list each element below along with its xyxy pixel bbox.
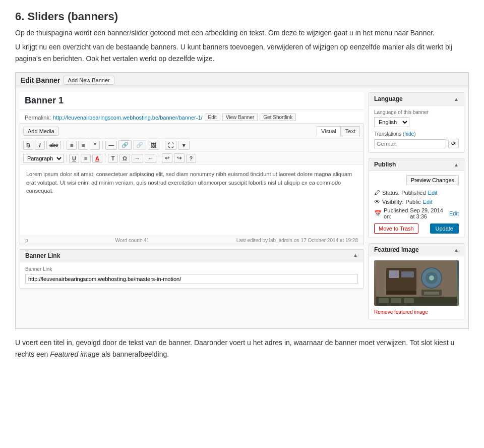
ol-button[interactable]: ≡ (78, 141, 88, 150)
add-new-banner-button[interactable]: Add New Banner (64, 76, 114, 85)
paragraph-indicator: p (25, 238, 28, 243)
featured-image-preview[interactable] (374, 260, 459, 306)
preview-btn-row: Preview Changes (374, 175, 459, 185)
status-icon: 🖊 (374, 189, 380, 196)
svg-rect-11 (379, 298, 389, 303)
editor-title: Edit Banner (21, 76, 60, 84)
hide-translations-link[interactable]: hide (404, 131, 414, 137)
indent-button[interactable]: → (132, 154, 143, 163)
banner-title-input[interactable] (20, 92, 364, 109)
toggle-toolbar-button[interactable]: ▼ (178, 141, 190, 150)
page-heading: 6. Sliders (banners) (15, 10, 469, 23)
preview-changes-button[interactable]: Preview Changes (406, 175, 459, 185)
visual-tab[interactable]: Visual (317, 126, 341, 136)
language-panel-header[interactable]: Language ▲ (369, 93, 464, 105)
translation-german-input[interactable] (374, 139, 446, 148)
featured-image-chevron: ▲ (454, 247, 459, 253)
banner-link-input[interactable] (25, 274, 358, 284)
get-shortlink-button[interactable]: Get Shortlink (260, 114, 296, 121)
outro-paragraph: U voert een titel in, gevolgd door de te… (15, 337, 469, 360)
bold-button[interactable]: B (23, 141, 33, 150)
lang-of-banner-label: Language of this banner (374, 109, 459, 115)
strikethrough-button[interactable]: abc (46, 141, 61, 149)
ul-button[interactable]: ≡ (67, 141, 77, 150)
text-color-button[interactable]: A (92, 154, 102, 163)
svg-rect-13 (404, 298, 414, 303)
publish-chevron: ▲ (454, 162, 459, 167)
visual-text-tabs: Visual Text (317, 126, 360, 136)
svg-rect-12 (391, 298, 401, 303)
lang-select-wrap: English (374, 117, 459, 127)
undo-button[interactable]: ↩ (162, 153, 172, 163)
paste-text-button[interactable]: T (108, 154, 118, 163)
permalink-url[interactable]: http://leuvenairbearingscom.webhosting.b… (53, 115, 203, 121)
editor-footer: p Word count: 41 Last edited by lab_admi… (20, 236, 363, 245)
publish-panel-header[interactable]: Publish ▲ (369, 158, 464, 171)
link-button[interactable]: 🔗 (118, 140, 132, 150)
editor-top-bar: Edit Banner Add New Banner (16, 73, 468, 88)
toolbar-sep-6 (159, 154, 159, 162)
special-char-button[interactable]: Ω (119, 154, 130, 163)
full-editor-box: Add Media Visual Text B I abc ≡ ≡ " (20, 124, 364, 245)
fullscreen-button[interactable]: ⛶ (165, 141, 176, 150)
visibility-icon: 👁 (374, 198, 380, 205)
update-button[interactable]: Update (430, 223, 459, 234)
outro-italic: Featured image (50, 350, 99, 358)
publish-actions: Move to Trash Update (374, 223, 459, 234)
italic-button[interactable]: I (35, 141, 45, 150)
featured-image-panel-header[interactable]: Featured Image ▲ (369, 244, 464, 256)
permalink-bar: Permalink: http://leuvenairbearingscom.w… (20, 111, 364, 124)
editor-sidebar: Language ▲ Language of this banner Engli… (369, 92, 464, 324)
visibility-edit-link[interactable]: Edit (423, 199, 433, 205)
editor-layout: Permalink: http://leuvenairbearingscom.w… (16, 88, 468, 328)
move-to-trash-button[interactable]: Move to Trash (374, 223, 418, 234)
visibility-row: 👁 Visibility: Public Edit (374, 198, 459, 205)
svg-rect-3 (401, 271, 414, 277)
underline-button[interactable]: U (69, 154, 79, 163)
banner-link-header[interactable]: Banner Link ▲ (20, 250, 363, 262)
remove-featured-image-link[interactable]: Remove featured image (374, 309, 428, 315)
visibility-value: Public (406, 199, 421, 205)
language-select[interactable]: English (374, 117, 409, 127)
help-button[interactable]: ? (186, 154, 196, 163)
featured-image-panel: Featured Image ▲ (369, 243, 464, 319)
publish-panel-title: Publish (374, 161, 396, 168)
visibility-label: Visibility: (382, 199, 404, 205)
blockquote-button[interactable]: " (90, 141, 100, 150)
featured-image-svg (376, 260, 457, 306)
language-panel: Language ▲ Language of this banner Engli… (369, 92, 464, 153)
outdent-button[interactable]: ← (145, 154, 156, 163)
svg-rect-2 (389, 270, 399, 278)
align-left-button[interactable]: ≡ (81, 154, 91, 163)
status-row: 🖊 Status: Published Edit (374, 189, 459, 196)
editor-main-column: Permalink: http://leuvenairbearingscom.w… (20, 92, 364, 289)
publish-panel-body: Preview Changes 🖊 Status: Published Edit… (369, 171, 464, 238)
banner-title-wrap (20, 92, 364, 109)
redo-button[interactable]: ↪ (174, 153, 185, 163)
image-button[interactable]: 🖼 (148, 141, 159, 150)
outro-text-2: als bannerafbeelding. (99, 350, 169, 358)
editor-content-area[interactable]: Lorem ipsum dolor sit amet, consectetuer… (20, 165, 363, 236)
word-count: Word count: 41 (115, 238, 150, 243)
published-edit-link[interactable]: Edit (449, 210, 459, 216)
banner-link-section: Banner Link ▲ Banner Link (20, 249, 364, 289)
svg-rect-4 (386, 291, 416, 295)
permalink-edit-button[interactable]: Edit (205, 114, 220, 121)
view-banner-button[interactable]: View Banner (222, 114, 258, 121)
language-panel-body: Language of this banner English Translat… (369, 105, 464, 152)
status-edit-link[interactable]: Edit (428, 190, 438, 196)
svg-point-7 (429, 275, 434, 281)
featured-image-panel-body: Remove featured image (369, 256, 464, 319)
format-select[interactable]: Paragraph (23, 154, 64, 163)
unlink-button[interactable]: 🔗 (133, 140, 146, 150)
translation-row: ⟳ (374, 139, 459, 148)
text-tab[interactable]: Text (341, 126, 360, 136)
add-media-button[interactable]: Add Media (23, 127, 59, 136)
toolbar-row-1: B I abc ≡ ≡ " — 🔗 🔗 🖼 ⛶ ▼ (20, 139, 363, 152)
intro-paragraph-1: Op de thuispagina wordt een banner/slide… (15, 27, 469, 38)
published-icon: 📅 (374, 210, 382, 217)
translation-sync-button[interactable]: ⟳ (448, 139, 459, 148)
toolbar-sep-4 (66, 154, 67, 162)
status-value: Published (401, 190, 426, 196)
hr-button[interactable]: — (105, 141, 117, 150)
